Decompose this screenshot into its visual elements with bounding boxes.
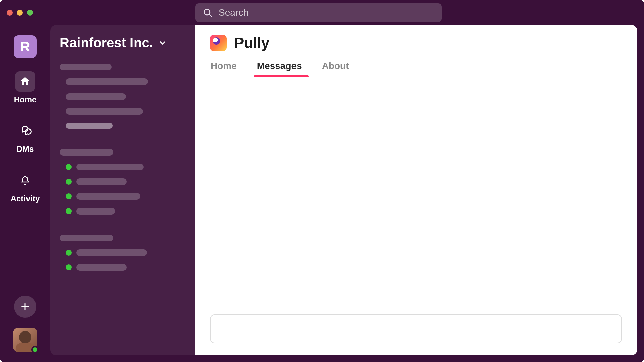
plus-icon	[20, 302, 30, 311]
search-input[interactable]	[219, 7, 434, 18]
message-composer[interactable]	[210, 314, 622, 343]
presence-indicator	[31, 346, 39, 353]
maximize-window-button[interactable]	[27, 10, 33, 16]
activity-icon	[15, 171, 35, 191]
sidebar-section-2	[60, 149, 185, 215]
body: R Home DMs	[0, 25, 644, 362]
section-header-placeholder	[60, 64, 112, 70]
user-menu[interactable]	[13, 328, 37, 352]
tab-messages[interactable]: Messages	[257, 61, 302, 77]
rail-label-home: Home	[14, 95, 37, 104]
svg-line-1	[209, 14, 211, 16]
presence-dot-icon	[66, 208, 72, 214]
search-container	[195, 3, 442, 22]
list-item[interactable]	[60, 93, 185, 100]
app-icon	[210, 35, 227, 51]
window-controls	[7, 10, 33, 16]
search-icon	[203, 8, 213, 18]
dms-icon	[15, 121, 35, 141]
conversation-header: Pully Home Messages About	[195, 25, 637, 77]
titlebar	[0, 0, 644, 25]
conversation-title: Pully	[234, 35, 269, 51]
rail-item-home[interactable]: Home	[14, 71, 37, 104]
rail-label-activity: Activity	[11, 194, 40, 203]
list-item[interactable]	[60, 123, 185, 129]
home-icon	[15, 71, 35, 92]
conversation-tabs: Home Messages About	[210, 61, 622, 77]
presence-dot-icon	[66, 164, 72, 170]
section-header-placeholder	[60, 149, 113, 156]
list-item[interactable]	[60, 108, 185, 115]
presence-dot-icon	[66, 250, 72, 256]
create-new-button[interactable]	[14, 296, 36, 318]
rail-bottom	[13, 296, 37, 352]
sidebar-section-1	[60, 64, 185, 129]
close-window-button[interactable]	[7, 10, 13, 16]
tab-about[interactable]: About	[322, 61, 349, 77]
presence-dot-icon	[66, 179, 72, 185]
minimize-window-button[interactable]	[17, 10, 23, 16]
list-item[interactable]	[60, 264, 185, 271]
chevron-down-icon	[158, 39, 167, 47]
list-item[interactable]	[60, 208, 185, 215]
presence-dot-icon	[66, 264, 72, 270]
rail-item-dms[interactable]: DMs	[15, 121, 35, 154]
messages-area	[195, 77, 637, 314]
search-bar[interactable]	[195, 3, 442, 22]
list-item[interactable]	[60, 164, 185, 170]
workspace-name: Rainforest Inc.	[60, 35, 153, 50]
main-panel: Pully Home Messages About	[195, 25, 637, 355]
presence-dot-icon	[66, 193, 72, 199]
channels-sidebar: Rainforest Inc.	[50, 25, 195, 355]
list-item[interactable]	[60, 249, 185, 256]
sidebar-section-3	[60, 235, 185, 271]
app-window: R Home DMs	[0, 0, 644, 362]
workspace-switcher[interactable]: R	[14, 35, 37, 58]
list-item[interactable]	[60, 178, 185, 185]
rail-item-activity[interactable]: Activity	[11, 171, 40, 203]
tab-home[interactable]: Home	[211, 61, 237, 77]
list-item[interactable]	[60, 193, 185, 200]
workspace-menu[interactable]: Rainforest Inc.	[60, 35, 185, 50]
list-item[interactable]	[60, 78, 185, 85]
composer-container	[195, 314, 637, 355]
rail-label-dms: DMs	[17, 144, 34, 154]
section-header-placeholder	[60, 235, 113, 241]
left-rail: R Home DMs	[0, 25, 50, 355]
